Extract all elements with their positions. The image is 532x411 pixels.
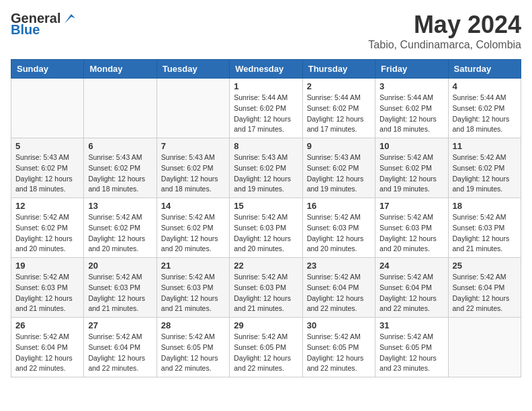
calendar-week-row: 12Sunrise: 5:42 AM Sunset: 6:02 PM Dayli… <box>11 198 521 258</box>
day-info: Sunrise: 5:42 AM Sunset: 6:04 PM Dayligh… <box>453 272 517 314</box>
day-number: 31 <box>380 320 443 330</box>
calendar-cell: 7Sunrise: 5:43 AM Sunset: 6:02 PM Daylig… <box>157 138 229 198</box>
day-info: Sunrise: 5:44 AM Sunset: 6:02 PM Dayligh… <box>380 93 443 135</box>
calendar-table: SundayMondayTuesdayWednesdayThursdayFrid… <box>11 59 521 377</box>
day-info: Sunrise: 5:42 AM Sunset: 6:03 PM Dayligh… <box>307 212 371 255</box>
day-info: Sunrise: 5:42 AM Sunset: 6:02 PM Dayligh… <box>15 212 79 255</box>
calendar-cell: 8Sunrise: 5:43 AM Sunset: 6:02 PM Daylig… <box>230 138 302 198</box>
calendar-cell: 12Sunrise: 5:42 AM Sunset: 6:02 PM Dayli… <box>11 198 84 258</box>
calendar-day-header: Sunday <box>11 60 84 79</box>
day-info: Sunrise: 5:42 AM Sunset: 6:03 PM Dayligh… <box>15 272 79 314</box>
month-title: May 2024 <box>368 11 521 39</box>
day-info: Sunrise: 5:42 AM Sunset: 6:03 PM Dayligh… <box>88 272 152 314</box>
calendar-cell: 3Sunrise: 5:44 AM Sunset: 6:02 PM Daylig… <box>375 79 448 138</box>
calendar-cell: 2Sunrise: 5:44 AM Sunset: 6:02 PM Daylig… <box>302 79 375 138</box>
day-number: 18 <box>453 201 517 211</box>
day-info: Sunrise: 5:42 AM Sunset: 6:04 PM Dayligh… <box>380 272 443 314</box>
day-number: 1 <box>234 81 298 91</box>
calendar-cell: 10Sunrise: 5:42 AM Sunset: 6:02 PM Dayli… <box>375 138 448 198</box>
calendar-day-header: Saturday <box>448 60 521 79</box>
day-number: 10 <box>380 141 443 151</box>
calendar-day-header: Thursday <box>302 60 375 79</box>
day-number: 27 <box>88 320 152 330</box>
calendar-cell: 5Sunrise: 5:43 AM Sunset: 6:02 PM Daylig… <box>11 138 84 198</box>
day-number: 2 <box>307 81 371 91</box>
calendar-week-row: 19Sunrise: 5:42 AM Sunset: 6:03 PM Dayli… <box>11 258 521 318</box>
calendar-cell: 24Sunrise: 5:42 AM Sunset: 6:04 PM Dayli… <box>375 258 448 318</box>
calendar-cell: 25Sunrise: 5:42 AM Sunset: 6:04 PM Dayli… <box>448 258 521 318</box>
calendar-day-header: Friday <box>375 60 448 79</box>
calendar-cell: 26Sunrise: 5:42 AM Sunset: 6:04 PM Dayli… <box>11 318 84 377</box>
day-info: Sunrise: 5:44 AM Sunset: 6:02 PM Dayligh… <box>453 93 517 135</box>
day-number: 15 <box>234 201 298 211</box>
calendar-cell: 14Sunrise: 5:42 AM Sunset: 6:02 PM Dayli… <box>157 198 229 258</box>
day-info: Sunrise: 5:42 AM Sunset: 6:02 PM Dayligh… <box>380 152 443 195</box>
calendar-week-row: 5Sunrise: 5:43 AM Sunset: 6:02 PM Daylig… <box>11 138 521 198</box>
header: General Blue May 2024 Tabio, Cundinamarc… <box>11 11 521 51</box>
calendar-day-header: Monday <box>84 60 157 79</box>
day-info: Sunrise: 5:42 AM Sunset: 6:02 PM Dayligh… <box>161 212 225 255</box>
day-info: Sunrise: 5:43 AM Sunset: 6:02 PM Dayligh… <box>15 152 79 195</box>
day-number: 5 <box>15 141 79 151</box>
day-info: Sunrise: 5:42 AM Sunset: 6:03 PM Dayligh… <box>161 272 225 314</box>
calendar-cell: 30Sunrise: 5:42 AM Sunset: 6:05 PM Dayli… <box>302 318 375 377</box>
calendar-cell: 28Sunrise: 5:42 AM Sunset: 6:05 PM Dayli… <box>157 318 229 377</box>
calendar-cell: 15Sunrise: 5:42 AM Sunset: 6:03 PM Dayli… <box>230 198 302 258</box>
calendar-cell: 17Sunrise: 5:42 AM Sunset: 6:03 PM Dayli… <box>375 198 448 258</box>
day-number: 26 <box>15 320 79 330</box>
day-number: 11 <box>453 141 517 151</box>
day-number: 6 <box>88 141 152 151</box>
calendar-header-row: SundayMondayTuesdayWednesdayThursdayFrid… <box>11 60 521 79</box>
calendar-cell: 18Sunrise: 5:42 AM Sunset: 6:03 PM Dayli… <box>448 198 521 258</box>
day-number: 14 <box>161 201 225 211</box>
logo-bird-icon <box>62 11 75 25</box>
calendar-cell: 1Sunrise: 5:44 AM Sunset: 6:02 PM Daylig… <box>230 79 302 138</box>
calendar-week-row: 1Sunrise: 5:44 AM Sunset: 6:02 PM Daylig… <box>11 79 521 138</box>
day-info: Sunrise: 5:43 AM Sunset: 6:02 PM Dayligh… <box>307 152 371 195</box>
day-info: Sunrise: 5:42 AM Sunset: 6:05 PM Dayligh… <box>161 332 225 374</box>
calendar-cell: 29Sunrise: 5:42 AM Sunset: 6:05 PM Dayli… <box>230 318 302 377</box>
day-info: Sunrise: 5:42 AM Sunset: 6:05 PM Dayligh… <box>307 332 371 374</box>
day-info: Sunrise: 5:44 AM Sunset: 6:02 PM Dayligh… <box>307 93 371 135</box>
calendar-cell <box>157 79 229 138</box>
day-number: 13 <box>88 201 152 211</box>
day-info: Sunrise: 5:42 AM Sunset: 6:05 PM Dayligh… <box>234 332 298 374</box>
calendar-day-header: Wednesday <box>230 60 302 79</box>
calendar-cell: 22Sunrise: 5:42 AM Sunset: 6:03 PM Dayli… <box>230 258 302 318</box>
day-number: 29 <box>234 320 298 330</box>
day-info: Sunrise: 5:42 AM Sunset: 6:05 PM Dayligh… <box>380 332 443 374</box>
day-number: 21 <box>161 261 225 271</box>
calendar-week-row: 26Sunrise: 5:42 AM Sunset: 6:04 PM Dayli… <box>11 318 521 377</box>
calendar-cell: 16Sunrise: 5:42 AM Sunset: 6:03 PM Dayli… <box>302 198 375 258</box>
day-info: Sunrise: 5:42 AM Sunset: 6:04 PM Dayligh… <box>307 272 371 314</box>
day-number: 9 <box>307 141 371 151</box>
calendar-cell: 4Sunrise: 5:44 AM Sunset: 6:02 PM Daylig… <box>448 79 521 138</box>
calendar-cell: 11Sunrise: 5:42 AM Sunset: 6:02 PM Dayli… <box>448 138 521 198</box>
day-info: Sunrise: 5:42 AM Sunset: 6:02 PM Dayligh… <box>88 212 152 255</box>
day-info: Sunrise: 5:42 AM Sunset: 6:03 PM Dayligh… <box>453 212 517 255</box>
day-info: Sunrise: 5:44 AM Sunset: 6:02 PM Dayligh… <box>234 93 298 135</box>
day-info: Sunrise: 5:43 AM Sunset: 6:02 PM Dayligh… <box>88 152 152 195</box>
calendar-cell: 23Sunrise: 5:42 AM Sunset: 6:04 PM Dayli… <box>302 258 375 318</box>
day-number: 24 <box>380 261 443 271</box>
day-number: 20 <box>88 261 152 271</box>
day-info: Sunrise: 5:42 AM Sunset: 6:03 PM Dayligh… <box>234 212 298 255</box>
day-number: 28 <box>161 320 225 330</box>
logo: General Blue <box>11 11 75 38</box>
day-info: Sunrise: 5:42 AM Sunset: 6:02 PM Dayligh… <box>453 152 517 195</box>
day-info: Sunrise: 5:42 AM Sunset: 6:04 PM Dayligh… <box>15 332 79 374</box>
calendar-cell: 20Sunrise: 5:42 AM Sunset: 6:03 PM Dayli… <box>84 258 157 318</box>
day-number: 25 <box>453 261 517 271</box>
day-number: 22 <box>234 261 298 271</box>
day-number: 3 <box>380 81 443 91</box>
calendar-day-header: Tuesday <box>157 60 229 79</box>
day-number: 12 <box>15 201 79 211</box>
logo-blue: Blue <box>11 22 40 38</box>
day-number: 4 <box>453 81 517 91</box>
day-info: Sunrise: 5:42 AM Sunset: 6:03 PM Dayligh… <box>380 212 443 255</box>
calendar-cell: 31Sunrise: 5:42 AM Sunset: 6:05 PM Dayli… <box>375 318 448 377</box>
day-number: 17 <box>380 201 443 211</box>
calendar-cell: 13Sunrise: 5:42 AM Sunset: 6:02 PM Dayli… <box>84 198 157 258</box>
day-number: 23 <box>307 261 371 271</box>
day-info: Sunrise: 5:42 AM Sunset: 6:04 PM Dayligh… <box>88 332 152 374</box>
